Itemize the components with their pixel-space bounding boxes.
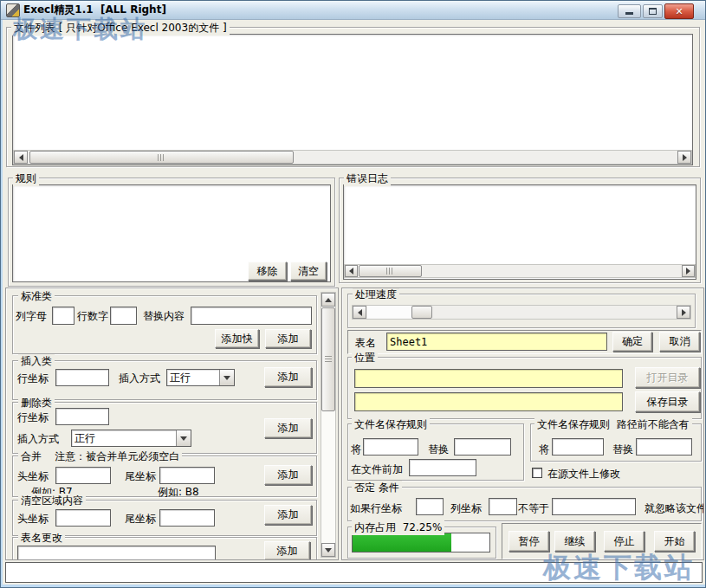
merge-head-coord-input[interactable] [55, 467, 111, 484]
insert-group-label: 插入类 [18, 354, 55, 369]
speed-scroll-thumb[interactable] [411, 306, 432, 319]
negative-group-label: 否定 条件 [352, 481, 402, 495]
left-panel-scroll-thumb[interactable] [321, 307, 335, 411]
delete-row-coord-input[interactable] [55, 408, 109, 425]
scroll-down-button[interactable] [321, 543, 335, 557]
minimize-button[interactable] [618, 4, 641, 18]
save-dir-button[interactable]: 保存目录 [635, 391, 700, 412]
delete-add-button[interactable]: 添加 [264, 418, 312, 438]
scroll-grip-icon [158, 154, 165, 161]
location-input-2[interactable] [354, 392, 623, 411]
scroll-up-icon [325, 298, 332, 302]
right-panel: 处理速度 表名 确定 取消 位置 打开目录 保存目录 文件名保存规则 将 替换 … [341, 288, 704, 560]
delete-row-coord-label: 行坐标 [17, 410, 49, 425]
fn-prefix-input[interactable] [409, 459, 476, 476]
speed-group-label: 处理速度 [353, 288, 399, 302]
close-button[interactable]: ✕ [664, 3, 694, 19]
insert-add-button[interactable]: 添加 [264, 367, 312, 387]
file-list-scroll-thumb[interactable] [29, 151, 294, 164]
scroll-grip-icon [386, 268, 394, 275]
merge-tail-coord-input[interactable] [159, 467, 215, 484]
memory-label: 内存占用 [354, 521, 396, 533]
neg-value-input[interactable] [552, 498, 636, 515]
insert-mode-value: 正行 [170, 371, 191, 385]
speed-track-page[interactable] [367, 306, 411, 319]
insert-row-coord-label: 行坐标 [17, 372, 49, 386]
clear-tail-coord-input[interactable] [159, 509, 215, 527]
scroll-left-icon [358, 309, 362, 316]
dropdown-button[interactable] [219, 370, 234, 385]
insert-row-coord-input[interactable] [55, 369, 109, 386]
scroll-right-button[interactable] [677, 306, 690, 319]
memory-progress [352, 533, 490, 552]
modify-source-checkbox[interactable] [532, 468, 542, 478]
location-input-1[interactable] [354, 369, 623, 388]
rename-input[interactable] [17, 546, 216, 560]
left-panel-vscrollbar[interactable] [321, 292, 336, 558]
standard-add-button[interactable]: 添加 [265, 329, 311, 348]
scroll-right-button[interactable] [677, 151, 691, 164]
error-log-scroll-thumb[interactable] [359, 265, 422, 277]
dropdown-button[interactable] [176, 430, 191, 446]
fn-left-from-label: 将 [351, 443, 361, 457]
speed-scrollbar[interactable] [352, 305, 691, 320]
memory-progress-fill [353, 533, 451, 552]
delete-insert-mode-select[interactable]: 正行 [71, 430, 191, 447]
error-log-group-label: 错误日志 [344, 171, 391, 186]
file-list-hscrollbar[interactable] [13, 150, 692, 165]
remove-button[interactable]: 移除 [248, 262, 287, 281]
sheet-name-input[interactable] [386, 333, 607, 351]
scroll-down-icon [325, 548, 332, 552]
fn-right-label: 文件名保存规则 [537, 418, 610, 430]
sheet-name-label: 表名 [355, 336, 376, 351]
merge-add-button[interactable]: 添加 [264, 465, 312, 485]
cancel-button[interactable]: 取消 [659, 332, 700, 352]
app-window: Execl精灵1.1 [ALL Right] ✕ 文件列表 [ 只针对Offic… [0, 0, 706, 588]
close-icon: ✕ [675, 6, 683, 17]
pause-button[interactable]: 暂停 [508, 531, 549, 552]
insert-mode-select[interactable]: 正行 [166, 369, 235, 386]
fn-left-to-input[interactable] [454, 438, 511, 456]
app-icon [6, 3, 20, 17]
start-button[interactable]: 开始 [654, 531, 695, 552]
scroll-left-button[interactable] [14, 151, 28, 164]
error-log-hscrollbar[interactable] [344, 264, 696, 278]
neg-not-equal-label: 不等于 [518, 501, 549, 516]
resume-button[interactable]: 继续 [554, 531, 595, 552]
fn-right-to-input[interactable] [636, 438, 692, 456]
file-listbox[interactable] [12, 34, 693, 165]
replace-content-input[interactable] [191, 307, 312, 325]
fn-prefix-label: 在文件前加 [351, 462, 403, 477]
open-dir-button[interactable]: 打开目录 [635, 367, 700, 388]
scroll-up-button[interactable] [321, 293, 335, 307]
fn-left-from-input[interactable] [363, 438, 418, 456]
neg-col-input[interactable] [489, 498, 517, 515]
scroll-left-button[interactable] [353, 306, 366, 319]
stop-button[interactable]: 停止 [604, 531, 644, 552]
filename-rule-left-label: 文件名保存规则 [352, 417, 430, 432]
fn-left-to-label: 替换 [428, 443, 449, 457]
ok-button[interactable]: 确定 [612, 332, 652, 352]
clear-button[interactable]: 清空 [290, 262, 327, 281]
merge-head-coord-label: 头坐标 [17, 469, 49, 484]
modify-source-label: 在源文件上修改 [547, 467, 620, 481]
merge-tail-example: 例如: B8 [158, 485, 199, 500]
add-fast-button[interactable]: 添加快 [215, 329, 259, 348]
scroll-left-button[interactable] [345, 265, 358, 277]
rename-group-label: 表名更改 [18, 531, 65, 546]
rules-group-label: 规则 [13, 171, 39, 186]
neg-row-input[interactable] [416, 498, 444, 515]
col-letter-input[interactable] [52, 307, 74, 325]
maximize-button[interactable] [643, 4, 663, 18]
scroll-right-button[interactable] [682, 265, 695, 277]
rename-add-button[interactable]: 添加 [264, 541, 310, 560]
scroll-right-icon [683, 154, 687, 161]
memory-percent: 72.25% [403, 521, 443, 533]
fn-right-from-input[interactable] [552, 438, 604, 456]
scroll-left-icon [19, 154, 23, 161]
clear-region-add-button[interactable]: 添加 [264, 505, 312, 525]
clear-head-coord-input[interactable] [55, 509, 111, 527]
row-number-input[interactable] [110, 307, 137, 325]
left-panel: 标准类 列字母 行数字 替换内容 添加快 添加 插入类 行坐标 插入方式 正行 … [5, 288, 339, 560]
delete-insert-mode-label: 插入方式 [17, 432, 59, 447]
